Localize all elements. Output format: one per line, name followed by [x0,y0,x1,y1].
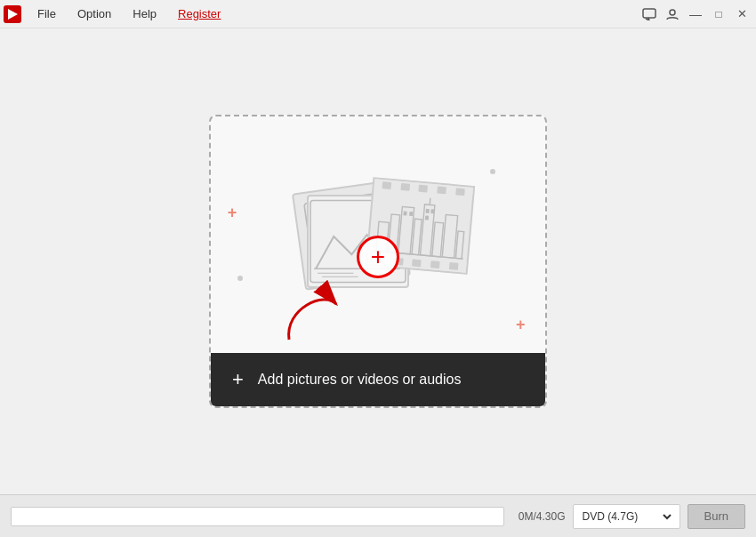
plus-symbol: + [371,243,385,271]
title-bar: File Option Help Register — □ ✕ [0,0,756,28]
deco-dot-1 [490,169,495,174]
svg-rect-17 [432,222,444,257]
film-hole [437,187,446,195]
menu-option[interactable]: Option [68,4,120,24]
svg-rect-2 [643,9,655,18]
add-media-button[interactable]: + Add pictures or videos or audios [211,353,545,406]
film-hole [430,260,440,268]
app-logo [4,5,21,23]
red-arrow [276,273,365,344]
add-btn-plus-icon: + [232,368,244,391]
svg-rect-19 [455,231,463,259]
deco-dot-2 [237,276,243,281]
add-btn-text: Add pictures or videos or audios [258,372,462,388]
svg-rect-24 [425,215,429,220]
menu-help[interactable]: Help [124,4,165,24]
bottom-bar: 0M/4.30G DVD (4.7G) BD-R (25G) BD-R (50G… [0,494,756,537]
menu-file[interactable]: File [28,4,65,24]
svg-rect-23 [430,209,434,213]
film-hole [412,259,422,267]
burn-button[interactable]: Burn [688,504,745,529]
drop-zone[interactable]: + + [209,115,547,408]
dvd-select-wrapper[interactable]: DVD (4.7G) BD-R (25G) BD-R (50G) DVD-DL … [573,504,680,529]
svg-point-3 [670,10,675,15]
feedback-icon[interactable] [639,4,660,25]
dvd-select[interactable]: DVD (4.7G) BD-R (25G) BD-R (50G) DVD-DL … [579,509,674,524]
menu-register[interactable]: Register [169,4,229,24]
svg-rect-22 [426,209,430,213]
film-hole [455,188,465,196]
film-hole [382,181,392,189]
maximize-button[interactable]: □ [708,4,729,25]
svg-rect-20 [403,211,406,215]
deco-plus-right: + [516,316,526,334]
close-button[interactable]: ✕ [731,4,752,25]
size-label: 0M/4.30G [519,510,566,523]
add-media-plus-circle[interactable]: + [357,236,399,278]
menu-bar: File Option Help Register [28,4,639,24]
svg-line-25 [430,198,430,205]
main-content: + + [0,28,756,494]
user-icon[interactable] [662,4,683,25]
svg-rect-21 [409,212,413,216]
film-hole [419,185,429,193]
film-hole [400,183,410,191]
progress-bar [11,507,504,526]
minimize-button[interactable]: — [685,4,706,25]
film-hole [449,262,459,270]
deco-plus-left: + [228,204,237,222]
svg-rect-18 [442,215,457,259]
title-bar-controls: — □ ✕ [639,4,752,25]
